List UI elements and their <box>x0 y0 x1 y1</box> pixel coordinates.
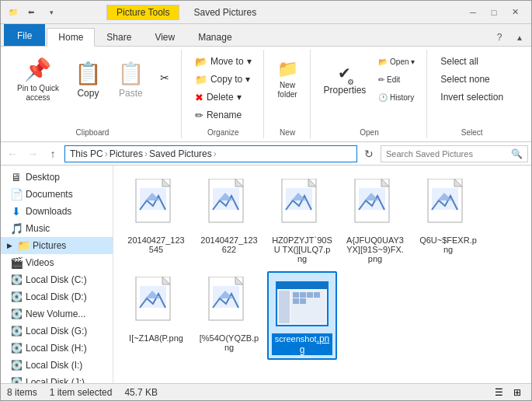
new-label: New <box>280 127 295 138</box>
pin-icon: 📌 <box>24 57 51 82</box>
open-btn[interactable]: 📂 Open ▾ <box>373 53 420 70</box>
move-to-button[interactable]: 📂 Move to ▾ <box>190 53 257 70</box>
documents-icon: 📄 <box>10 188 23 200</box>
sidebar-item-local-d[interactable]: 💽 Local Disk (D:) <box>1 288 113 305</box>
tab-file[interactable]: File <box>4 24 45 46</box>
scissors-icon: ✂ <box>160 71 169 84</box>
file-icon-3 <box>274 178 330 234</box>
delete-button[interactable]: ✖ Delete ▾ <box>190 89 257 106</box>
properties-button[interactable]: ✔ ⚙ Properties <box>318 53 372 106</box>
sidebar-item-local-c[interactable]: 💽 Local Disk (C:) <box>1 271 113 288</box>
tab-view[interactable]: View <box>143 27 186 46</box>
forward-button[interactable]: → <box>24 145 41 162</box>
file-icon-2 <box>201 178 257 234</box>
title-dropdown-btn[interactable]: ▾ <box>43 4 60 21</box>
up-button[interactable]: ↑ <box>44 145 61 162</box>
invert-selection-button[interactable]: Invert selection <box>435 89 509 106</box>
pin-label: Pin to Quickaccess <box>17 84 59 103</box>
file-icon-4 <box>347 178 403 234</box>
folder-label: Newfolder <box>278 81 297 99</box>
file-name-1: 20140427_123545 <box>126 235 186 254</box>
tab-home[interactable]: Home <box>47 28 95 47</box>
sidebar-item-local-h[interactable]: 💽 Local Disk (H:) <box>1 340 113 357</box>
file-item-4[interactable]: A{JFUQ0UAY3YX][91S~9)FX.png <box>340 173 410 268</box>
disk-d-icon: 💽 <box>10 291 23 303</box>
search-box[interactable]: 🔍 <box>381 145 528 162</box>
sidebar-item-local-g[interactable]: 💽 Local Disk (G:) <box>1 323 113 340</box>
sidebar-label-local-i: Local Disk (I:) <box>26 360 82 371</box>
app-icon: 📁 <box>7 6 19 19</box>
ribbon-group-new: 📁 Newfolder New <box>266 50 311 138</box>
select-items: Select all Select none Invert selection <box>433 50 510 127</box>
sidebar-label-new-volume: New Volume... <box>26 309 85 319</box>
details-view-button[interactable]: ☰ <box>491 385 506 399</box>
sidebar-label-local-g: Local Disk (G:) <box>26 326 87 336</box>
search-input[interactable] <box>386 149 511 159</box>
history-btn[interactable]: 🕐 History <box>373 89 420 106</box>
picture-tools-tab: Picture Tools <box>106 5 179 20</box>
address-path[interactable]: This PC › Pictures › Saved Pictures › <box>64 145 357 162</box>
file-item-8[interactable]: screenshot.png <box>267 271 337 360</box>
file-item-3[interactable]: HZ0PZYJT`90SU TX(][ULQ7.png <box>267 173 337 268</box>
file-item-6[interactable]: I[~Z1A8(P.png <box>121 271 191 360</box>
cut-button[interactable]: ✂ <box>155 69 175 86</box>
paste-button[interactable]: 📋 Paste <box>110 53 151 106</box>
sidebar-item-downloads[interactable]: ⬇ Downloads <box>1 203 113 220</box>
new-items: 📁 Newfolder <box>270 50 305 127</box>
properties-label: Properties <box>324 85 367 96</box>
select-none-button[interactable]: Select none <box>435 71 509 88</box>
file-item-7[interactable]: [%54O(YQZB.png <box>194 271 264 360</box>
copy-to-button[interactable]: 📁 Copy to ▾ <box>190 71 257 88</box>
expand-icon: ▶ <box>7 242 12 249</box>
sidebar-item-new-volume[interactable]: 💽 New Volume... <box>1 305 113 323</box>
address-bar: ← → ↑ This PC › Pictures › Saved Picture… <box>1 142 531 166</box>
copy-to-icon: 📁 <box>195 74 207 85</box>
path-part-1: This PC <box>70 148 103 159</box>
move-dropdown-icon: ▾ <box>247 56 252 67</box>
close-button[interactable]: ✕ <box>505 5 525 20</box>
disk-j-icon: 💽 <box>10 376 23 383</box>
select-all-button[interactable]: Select all <box>435 53 509 70</box>
select-label: Select <box>461 127 483 138</box>
sidebar-item-videos[interactable]: 🎬 Videos <box>1 254 113 271</box>
new-folder-button[interactable]: 📁 Newfolder <box>272 53 304 106</box>
tab-share[interactable]: Share <box>95 27 143 46</box>
file-name-5: Q6U~$FEXR.png <box>418 235 478 254</box>
large-icon-view-button[interactable]: ⊞ <box>509 385 525 399</box>
file-icon-6 <box>128 276 184 332</box>
file-name-7: [%54O(YQZB.png <box>199 333 259 352</box>
sidebar-item-documents[interactable]: 📄 Documents <box>1 186 113 203</box>
refresh-button[interactable]: ↻ <box>360 145 377 162</box>
file-name-3: HZ0PZYJT`90SU TX(][ULQ7.png <box>272 235 332 263</box>
pin-quick-access-button[interactable]: 📌 Pin to Quickaccess <box>10 53 66 106</box>
sidebar-item-local-i[interactable]: 💽 Local Disk (I:) <box>1 357 113 374</box>
tab-manage[interactable]: Manage <box>186 27 243 46</box>
file-icon-5 <box>420 178 476 234</box>
search-icon: 🔍 <box>511 148 523 159</box>
copy-button[interactable]: 📋 Copy <box>68 53 109 106</box>
open-items: ✔ ⚙ Properties 📂 Open ▾ ✏ Edit 🕐 History <box>317 50 422 127</box>
sidebar-item-local-j[interactable]: 💽 Local Disk (J:) <box>1 374 113 383</box>
ribbon-collapse-btn[interactable]: ▲ <box>511 29 528 46</box>
ribbon-help-btn[interactable]: ? <box>491 29 508 46</box>
file-name-6: I[~Z1A8(P.png <box>129 333 183 343</box>
paste-icon: 📋 <box>117 61 144 86</box>
file-item-2[interactable]: 20140427_123622 <box>194 173 264 268</box>
move-label: Move to <box>210 56 244 67</box>
ribbon-group-select: Select all Select none Invert selection … <box>429 50 515 138</box>
maximize-button[interactable]: □ <box>484 5 504 20</box>
music-icon: 🎵 <box>10 222 23 235</box>
minimize-button[interactable]: ─ <box>463 5 483 20</box>
disk-h-icon: 💽 <box>10 342 23 354</box>
sidebar-item-music[interactable]: 🎵 Music <box>1 220 113 237</box>
quick-access-btn[interactable]: ⬅ <box>23 4 40 21</box>
file-icon-1 <box>128 178 184 234</box>
sidebar-item-pictures[interactable]: ▶ 📁 Pictures <box>1 237 113 254</box>
file-item-5[interactable]: Q6U~$FEXR.png <box>413 173 483 268</box>
item-count: 8 items <box>7 387 37 398</box>
file-item-1[interactable]: 20140427_123545 <box>121 173 191 268</box>
rename-button[interactable]: ✏ Rename <box>190 106 257 124</box>
back-button[interactable]: ← <box>4 145 21 162</box>
sidebar-item-desktop[interactable]: 🖥 Desktop <box>1 169 113 186</box>
edit-btn[interactable]: ✏ Edit <box>373 71 420 88</box>
